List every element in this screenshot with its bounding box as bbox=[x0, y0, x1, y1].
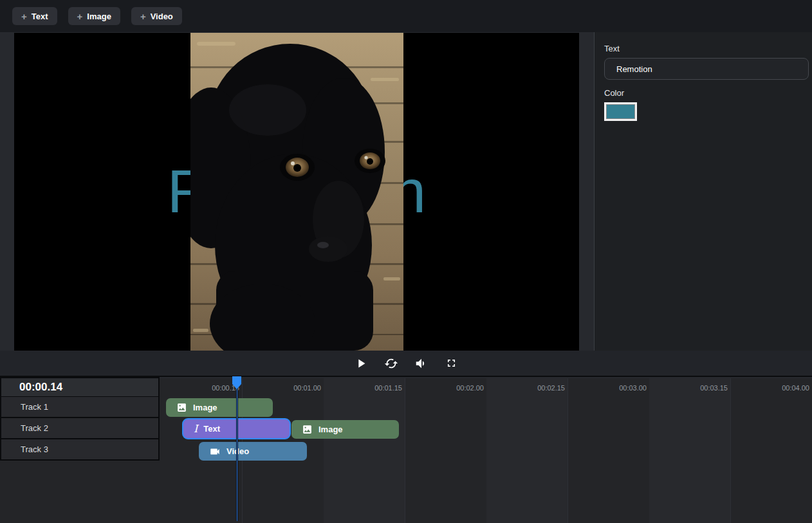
plus-icon: + bbox=[140, 12, 146, 21]
text-input[interactable] bbox=[604, 58, 809, 80]
ruler-tick-label: 00:02.15 bbox=[513, 378, 565, 397]
volume-icon bbox=[414, 356, 429, 371]
ruler-tick-label: 00:01.00 bbox=[270, 378, 321, 397]
timecode-display: 00:00.14 bbox=[0, 377, 160, 397]
main-area: Remotion bbox=[0, 32, 812, 351]
add-image-button[interactable]: + Image bbox=[68, 7, 120, 25]
ruler-tick-label: 00:01.15 bbox=[351, 378, 402, 397]
loop-icon bbox=[384, 356, 398, 371]
transport-bar bbox=[0, 351, 812, 377]
ruler-tick-label: 00:04.00 bbox=[758, 378, 809, 397]
clip-label: Image bbox=[318, 425, 343, 434]
text-field-label: Text bbox=[604, 44, 802, 53]
clip-label: Text bbox=[203, 424, 220, 434]
track-header-3: Track 3 bbox=[0, 439, 160, 461]
playhead-line bbox=[236, 378, 238, 521]
properties-panel: Text Color bbox=[595, 32, 812, 351]
track-header-1: Track 1 bbox=[0, 396, 160, 418]
video-clip[interactable]: Video bbox=[199, 442, 307, 461]
clip-label: Image bbox=[193, 403, 217, 412]
ruler-tick-label: 00:00.15 bbox=[188, 378, 239, 397]
track-header-2: Track 2 bbox=[0, 417, 160, 439]
play-button[interactable] bbox=[353, 355, 369, 372]
image-clip[interactable]: Image bbox=[166, 398, 273, 417]
clip-label: Video bbox=[226, 446, 249, 456]
image-clip[interactable]: Image bbox=[291, 420, 399, 439]
color-swatch bbox=[606, 104, 635, 119]
ruler-tick-label: 00:02.00 bbox=[432, 378, 484, 397]
plus-icon: + bbox=[77, 12, 83, 21]
add-video-button[interactable]: + Video bbox=[131, 7, 182, 25]
image-icon bbox=[302, 424, 313, 435]
ruler-tick-label: 00:03.00 bbox=[595, 378, 647, 397]
grid-line bbox=[567, 378, 568, 523]
top-toolbar: + Text + Image + Video bbox=[0, 0, 812, 32]
grid-line bbox=[405, 378, 405, 523]
add-image-label: Image bbox=[87, 12, 111, 21]
grid-line bbox=[730, 378, 731, 523]
color-field-label: Color bbox=[604, 88, 802, 98]
color-picker[interactable] bbox=[604, 102, 637, 121]
preview-region: Remotion bbox=[0, 32, 594, 351]
fullscreen-button[interactable] bbox=[443, 355, 460, 372]
grid-column-tint bbox=[649, 378, 730, 523]
italic-text-icon: I bbox=[194, 423, 198, 435]
play-icon bbox=[354, 356, 368, 371]
video-camera-icon bbox=[209, 446, 221, 457]
add-video-label: Video bbox=[151, 12, 173, 21]
loop-button[interactable] bbox=[383, 355, 400, 372]
preview-canvas: Remotion bbox=[14, 33, 579, 351]
ruler-tick-label: 00:03.15 bbox=[676, 378, 728, 397]
grid-column-tint bbox=[486, 378, 567, 523]
add-text-button[interactable]: + Text bbox=[12, 7, 57, 25]
timeline-left-column: 00:00.14 Track 1Track 2Track 3 bbox=[0, 377, 160, 461]
image-icon bbox=[176, 402, 187, 413]
plus-icon: + bbox=[21, 12, 27, 21]
dog-photo bbox=[190, 33, 403, 351]
grid-column-tint bbox=[324, 378, 405, 523]
timeline: 00:00.1500:01.0000:01.1500:02.0000:02.15… bbox=[0, 378, 812, 523]
add-text-label: Text bbox=[32, 12, 48, 21]
volume-button[interactable] bbox=[413, 355, 430, 372]
fullscreen-icon bbox=[445, 357, 457, 369]
